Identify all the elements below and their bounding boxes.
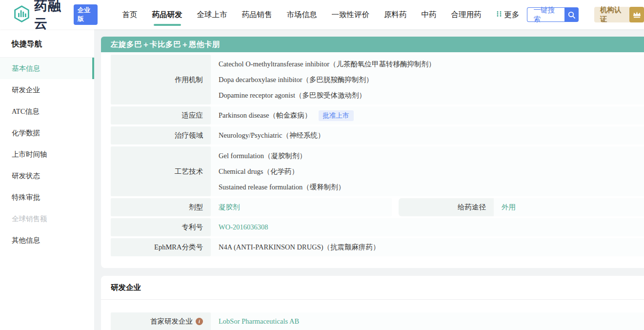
mechanism-value: Dopa decarboxylase inhibitor（多巴脱羧酶抑制剂） [219,72,644,87]
logo-hexagon-icon [13,5,31,25]
row-mechanism: 作用机制 Catechol O-methyltransferase inhibi… [111,55,644,104]
drug-title-bar: 左旋多巴＋卡比多巴＋恩他卡朋 [101,37,644,52]
main-nav: 首页 药品研发 全球上市 药品销售 市场信息 一致性评价 原料药 中药 合理用药… [115,0,527,29]
drug-title: 左旋多巴＋卡比多巴＋恩他卡朋 [111,40,220,50]
row-label: 专利号 [111,218,211,236]
row-label: 工艺技术 [111,146,211,196]
sidebar-item-chemical-data[interactable]: 化学数据 [0,122,94,144]
row-label: 适应症 [111,106,211,124]
sidebar-item-rd-status[interactable]: 研发状态 [0,165,94,186]
row-label: 给药途径 [399,198,494,216]
row-technology: 工艺技术 Gel formulation（凝胶制剂） Chemical drug… [111,146,644,196]
sidebar-item-basic-info[interactable]: 基本信息 [0,58,94,79]
ephmra-value: N4A (ANTI-PARKINSON DRUGS)（抗震颤麻痹药） [211,238,644,256]
sidebar-title: 快捷导航 [0,29,94,58]
nav-item-drug-sales[interactable]: 药品销售 [235,0,280,29]
technology-value: Chemical drugs（化学药） [219,164,644,179]
main-content: 左旋多巴＋卡比多巴＋恩他卡朋 作用机制 Catechol O-methyltra… [101,29,644,330]
first-company-link[interactable]: LobSor Pharmaceuticals AB [219,317,299,326]
sidebar-item-dev-companies[interactable]: 研发企业 [0,79,94,101]
sidebar-item-other-info[interactable]: 其他信息 [0,229,94,251]
nav-item-rational-use[interactable]: 合理用药 [444,0,489,29]
dosage-form-link[interactable]: 凝胶剂 [219,203,240,212]
basic-info-card: 作用机制 Catechol O-methyltransferase inhibi… [101,52,644,268]
nav-item-api[interactable]: 原料药 [377,0,414,29]
row-label: EphMRA分类号 [111,238,211,256]
row-dosage-route: 剂型 凝胶剂 给药途径 外用 [111,198,644,216]
row-first-company: 首家研发企业 i LobSor Pharmaceuticals AB [111,312,644,330]
technology-value: Sustained release formulation（缓释制剂） [219,179,644,195]
row-label: 治疗领域 [111,126,211,144]
top-navbar: 药融云 企业版 首页 药品研发 全球上市 药品销售 市场信息 一致性评价 原料药… [0,0,644,29]
section-title: 研发企业 [101,276,644,300]
crown-icon [629,7,644,22]
nav-item-tcm[interactable]: 中药 [414,0,444,29]
quick-nav-sidebar: 快捷导航 基本信息 研发企业 ATC信息 化学数据 上市时间轴 研发状态 特殊审… [0,29,94,330]
indication-value: Parkinson disease（帕金森病） [219,111,312,120]
sidebar-item-global-sales: 全球销售额 [0,208,94,229]
active-tab-underline [154,24,181,26]
approved-launch-badge[interactable]: 批准上市 [319,110,354,121]
nav-item-drug-rd[interactable]: 药品研发 [145,0,190,29]
nav-item-market-info[interactable]: 市场信息 [280,0,324,29]
nav-item-consistency-eval[interactable]: 一致性评价 [324,0,377,29]
one-click-search-button[interactable]: 一键搜索 [527,7,579,22]
dev-companies-card: 研发企业 首家研发企业 i LobSor Pharmaceuticals AB … [101,276,644,330]
brand-logo[interactable]: 药融云 企业版 [13,0,98,32]
nav-item-more[interactable]: 更多 [489,0,527,29]
row-label: 作用机制 [111,55,211,104]
nav-item-global-launch[interactable]: 全球上市 [190,0,235,29]
nav-item-home[interactable]: 首页 [115,0,145,29]
mechanism-value: Catechol O-methyltransferase inhibitor（儿… [219,56,644,72]
technology-value: Gel formulation（凝胶制剂） [219,148,644,164]
search-icon[interactable] [564,7,579,22]
grid-dots-icon [496,10,502,19]
row-ephmra: EphMRA分类号 N4A (ANTI-PARKINSON DRUGS)（抗震颤… [111,238,644,256]
sidebar-item-special-approval[interactable]: 特殊审批 [0,186,94,208]
brand-name: 药融云 [34,0,68,32]
therapy-area-value: Neurology/Psychiatric（神经系统） [211,126,644,144]
sidebar-item-atc-info[interactable]: ATC信息 [0,101,94,122]
admin-route-link[interactable]: 外用 [502,203,516,212]
row-label: 首家研发企业 [150,317,193,326]
row-patent: 专利号 WO-2016036308 [111,218,644,236]
info-icon[interactable]: i [196,318,203,325]
mechanism-value: Dopamine receptor agonist（多巴胺受体激动剂） [219,87,644,103]
sidebar-item-launch-timeline[interactable]: 上市时间轴 [0,144,94,165]
row-indication: 适应症 Parkinson disease（帕金森病） 批准上市 [111,106,644,124]
org-certification-button[interactable]: 机构认证 [594,7,644,22]
row-label: 剂型 [111,198,211,216]
edition-badge: 企业版 [74,4,98,25]
row-therapy-area: 治疗领域 Neurology/Psychiatric（神经系统） [111,126,644,144]
patent-number-link[interactable]: WO-2016036308 [219,223,268,231]
